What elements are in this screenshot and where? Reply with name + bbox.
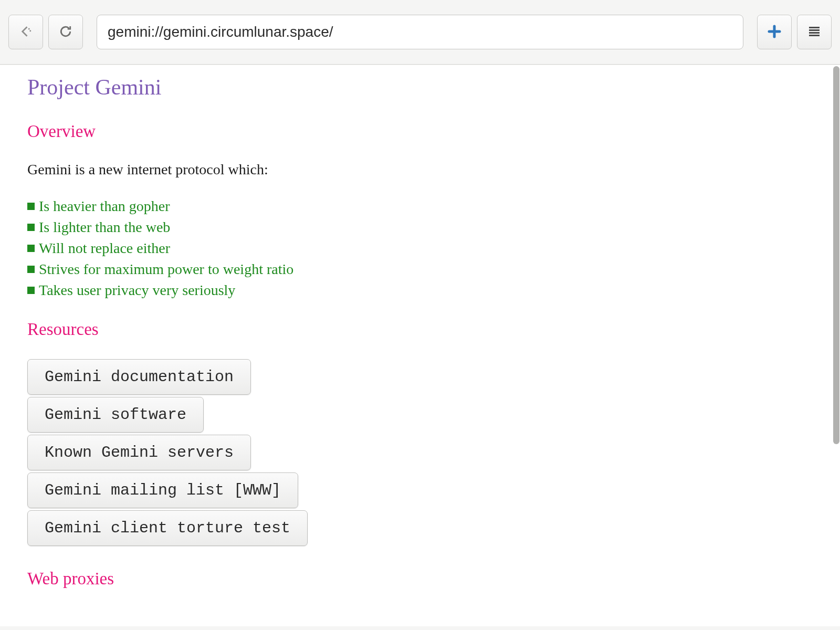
list-item: Is heavier than gopher: [27, 198, 813, 215]
bullet-text: Is heavier than gopher: [39, 198, 170, 215]
toolbar-right: [757, 15, 832, 49]
link-gemini-software[interactable]: Gemini software: [27, 397, 204, 433]
new-tab-button[interactable]: [757, 15, 792, 49]
list-item: Strives for maximum power to weight rati…: [27, 261, 813, 278]
list-item: Takes user privacy very seriously: [27, 282, 813, 299]
plus-icon: [766, 24, 782, 41]
resources-heading: Resources: [27, 320, 813, 339]
reload-button[interactable]: [48, 15, 83, 49]
reload-icon: [58, 24, 74, 41]
webproxies-links: placeholder: [27, 608, 813, 626]
list-item: Is lighter than the web: [27, 219, 813, 236]
back-icon: [18, 24, 34, 41]
content-area: Project Gemini Overview Gemini is a new …: [0, 65, 840, 626]
intro-text: Gemini is a new internet protocol which:: [27, 161, 813, 178]
menu-icon: [806, 24, 822, 41]
overview-heading: Overview: [27, 122, 813, 141]
bullet-icon: [27, 287, 35, 294]
bullet-icon: [27, 203, 35, 210]
svg-point-0: [28, 28, 30, 29]
link-gemini-client-torture-test[interactable]: Gemini client torture test: [27, 510, 308, 546]
address-input[interactable]: [97, 15, 743, 49]
bullet-list: Is heavier than gopher Is lighter than t…: [27, 198, 813, 299]
list-item: Will not replace either: [27, 240, 813, 257]
back-button[interactable]: [8, 15, 43, 49]
page-title: Project Gemini: [27, 75, 813, 100]
scrollbar-thumb[interactable]: [833, 66, 839, 444]
bullet-text: Will not replace either: [39, 240, 170, 257]
bullet-text: Strives for maximum power to weight rati…: [39, 261, 293, 278]
toolbar: [0, 0, 840, 65]
link-gemini-documentation[interactable]: Gemini documentation: [27, 359, 251, 395]
bullet-icon: [27, 266, 35, 273]
bullet-text: Takes user privacy very seriously: [39, 282, 235, 299]
link-known-gemini-servers[interactable]: Known Gemini servers: [27, 435, 251, 470]
bullet-icon: [27, 245, 35, 252]
resources-links: Gemini documentation Gemini software Kno…: [27, 359, 813, 548]
link-gemini-mailing-list[interactable]: Gemini mailing list [WWW]: [27, 472, 298, 508]
svg-point-1: [29, 30, 31, 32]
menu-button[interactable]: [797, 15, 832, 49]
bullet-text: Is lighter than the web: [39, 219, 170, 236]
webproxies-heading: Web proxies: [27, 569, 813, 589]
bullet-icon: [27, 224, 35, 231]
